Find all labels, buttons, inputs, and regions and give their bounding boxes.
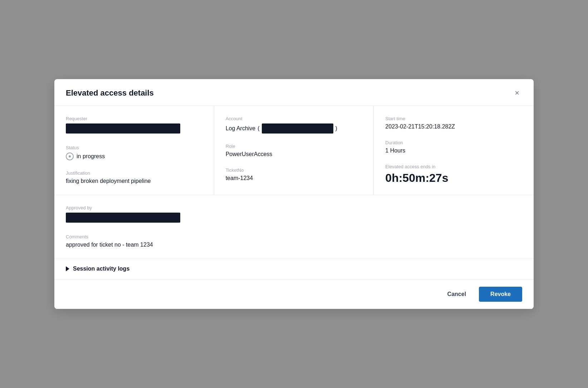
approved-by-value-redacted (66, 213, 180, 223)
requester-field: Requester (66, 116, 202, 135)
justification-value: fixing broken deployment pipeline (66, 178, 202, 184)
duration-value: 1 Hours (385, 147, 522, 154)
session-logs-label: Session activity logs (73, 266, 129, 272)
requester-value-redacted (66, 123, 180, 134)
status-icon (66, 152, 74, 160)
session-logs-row[interactable]: Session activity logs (54, 258, 534, 279)
cancel-button[interactable]: Cancel (440, 287, 473, 301)
account-paren-close: ) (335, 125, 337, 132)
comments-field: Comments approved for ticket no - team 1… (66, 234, 522, 248)
modal-header: Elevated access details × (54, 79, 534, 106)
modal-footer: Cancel Revoke (54, 279, 534, 309)
duration-field: Duration 1 Hours (385, 140, 522, 154)
close-button[interactable]: × (512, 88, 522, 98)
status-text: in progress (77, 153, 105, 160)
modal: Elevated access details × Requester Stat… (54, 79, 534, 309)
approved-by-field: Approved by (66, 205, 522, 224)
status-field: Status in progress (66, 145, 202, 160)
ticket-field: TicketNo team-1234 (226, 168, 362, 181)
status-label: Status (66, 145, 202, 150)
requester-label: Requester (66, 116, 202, 121)
role-label: Role (226, 144, 362, 149)
revoke-button[interactable]: Revoke (479, 287, 522, 302)
modal-body: Requester Status in progress Jus (54, 106, 534, 279)
approved-by-label: Approved by (66, 205, 522, 210)
approved-section: Approved by Comments approved for ticket… (54, 195, 534, 258)
account-id-redacted (262, 123, 333, 134)
details-col-account: Account Log Archive ( ) Role PowerUserAc… (214, 106, 374, 195)
modal-overlay: Elevated access details × Requester Stat… (0, 0, 588, 388)
role-field: Role PowerUserAccess (226, 144, 362, 157)
ticket-label: TicketNo (226, 168, 362, 173)
justification-label: Justification (66, 170, 202, 176)
status-icon-inner (69, 155, 71, 157)
details-section: Requester Status in progress Jus (54, 106, 534, 195)
ends-in-label: Elevated access ends in (385, 164, 522, 169)
modal-title: Elevated access details (66, 88, 154, 98)
details-col-time: Start time 2023-02-21T15:20:18.282Z Dura… (374, 106, 534, 195)
account-paren-open: ( (258, 125, 259, 132)
account-value: Log Archive ( ) (226, 123, 362, 134)
ends-in-field: Elevated access ends in 0h:50m:27s (385, 164, 522, 185)
account-field: Account Log Archive ( ) (226, 116, 362, 134)
status-value: in progress (66, 152, 202, 160)
justification-field: Justification fixing broken deployment p… (66, 170, 202, 184)
start-time-label: Start time (385, 116, 522, 121)
start-time-value: 2023-02-21T15:20:18.282Z (385, 123, 522, 130)
account-label: Account (226, 116, 362, 121)
start-time-field: Start time 2023-02-21T15:20:18.282Z (385, 116, 522, 130)
account-name: Log Archive (226, 125, 256, 132)
comments-value: approved for ticket no - team 1234 (66, 242, 522, 248)
comments-label: Comments (66, 234, 522, 239)
ticket-value: team-1234 (226, 175, 362, 181)
role-value: PowerUserAccess (226, 151, 362, 157)
triangle-icon (66, 266, 69, 271)
details-col-requester: Requester Status in progress Jus (54, 106, 214, 195)
duration-label: Duration (385, 140, 522, 145)
ends-in-value: 0h:50m:27s (385, 171, 522, 185)
